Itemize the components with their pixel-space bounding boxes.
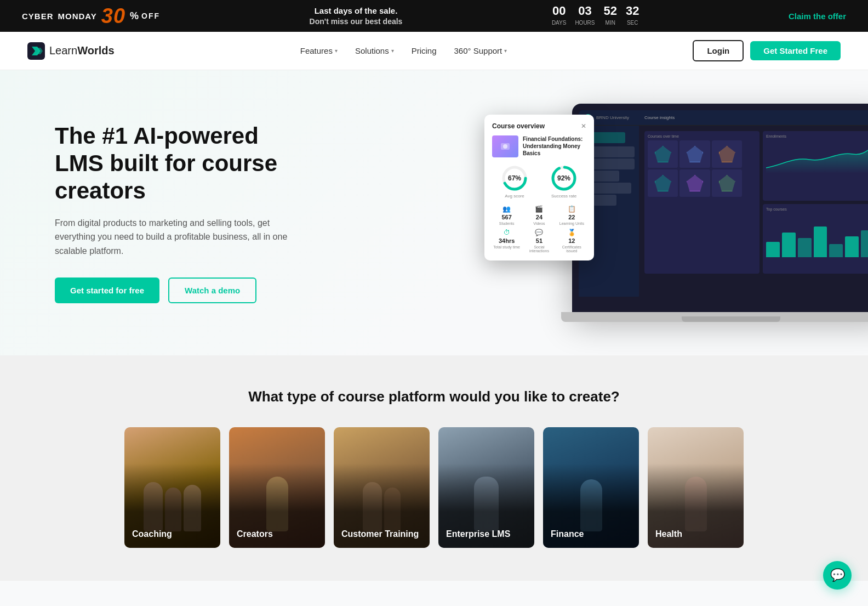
countdown-secs: 32 Sec <box>626 5 639 27</box>
radar-charts: Courses over time <box>644 131 760 274</box>
card-enterprise-label: Enterprise LMS <box>446 529 527 539</box>
certificates-stat: 🏅 12 Certificates issued <box>557 229 586 253</box>
hero-section: The #1 AI-powered LMS built for course c… <box>0 70 868 355</box>
nav-actions: Login Get Started Free <box>693 40 841 61</box>
countdown-hours-label: Hours <box>575 20 595 26</box>
login-button[interactable]: Login <box>693 40 744 61</box>
popup-header: Course overview ✕ <box>492 122 586 130</box>
countdown-mins: 52 Min <box>604 5 617 27</box>
spider-2 <box>679 140 710 168</box>
screen-main-content: Courses over time <box>639 126 868 297</box>
top-banner: CYBER MONDAY 30 % OFF Last days of the s… <box>0 0 868 32</box>
screen-university: BRND University <box>596 115 629 120</box>
hero-get-started-button[interactable]: Get started for free <box>55 277 159 303</box>
bar-chart-box: Top courses <box>763 204 868 274</box>
banner-promo-center: Last days of the sale. Don't miss our be… <box>310 5 403 27</box>
countdown-secs-label: Sec <box>627 20 638 26</box>
card-coaching-label: Coaching <box>132 529 213 539</box>
course-thumbnail <box>492 135 518 157</box>
claim-offer-link[interactable]: Claim the offer <box>789 12 846 21</box>
learnworlds-logo-icon <box>27 42 45 60</box>
bar-1 <box>766 242 780 257</box>
success-rate-value: 92% <box>557 174 570 182</box>
countdown-days-label: Days <box>552 20 567 26</box>
course-cards: Coaching Creators Customer Training <box>44 427 824 548</box>
laptop-base <box>561 312 868 322</box>
bar-5 <box>829 244 843 258</box>
card-finance-label: Finance <box>551 529 631 539</box>
countdown-hours-num: 03 <box>575 5 595 17</box>
hero-visual: Course overview ✕ Financial Foundations:… <box>495 104 824 322</box>
social-stat: 💬 51 Social interactions <box>524 229 553 253</box>
banner-cyber-text: CYBER <box>22 12 54 21</box>
hero-watch-demo-button[interactable]: Watch a demo <box>168 277 256 303</box>
spider-5 <box>679 169 710 197</box>
card-health[interactable]: Health <box>648 427 744 548</box>
laptop-container: BRND University Course insights <box>572 104 824 322</box>
countdown-hours: 03 Hours <box>575 5 595 27</box>
bar-3 <box>798 238 812 257</box>
bar-6 <box>845 236 859 258</box>
chevron-down-icon: ▾ <box>504 48 507 54</box>
bar-chart-label: Top courses <box>766 207 868 211</box>
students-icon: 👥 <box>502 205 511 213</box>
videos-stat: 🎬 24 Videos <box>524 205 553 225</box>
charts-grid: Courses over time <box>644 131 868 274</box>
chevron-down-icon: ▾ <box>335 48 338 54</box>
students-label: Students <box>499 222 515 225</box>
banner-promo-line2: Don't miss our best deals <box>310 16 403 27</box>
certificate-icon: 🏅 <box>568 229 576 236</box>
bar-chart <box>766 213 868 257</box>
logo-text: LearnWorlds <box>49 44 115 57</box>
nav-solutions[interactable]: Solutions ▾ <box>355 46 394 55</box>
get-started-button[interactable]: Get Started Free <box>750 41 841 60</box>
card-finance[interactable]: Finance <box>543 427 639 548</box>
course-popup: Course overview ✕ Financial Foundations:… <box>484 115 594 260</box>
spider-1 <box>648 140 678 168</box>
bar-7 <box>861 230 868 257</box>
hero-buttons: Get started for free Watch a demo <box>55 277 307 303</box>
laptop-screen: BRND University Course insights <box>579 110 868 297</box>
study-time-stat: ⏱ 34hrs Total study time <box>492 229 521 253</box>
spider-charts <box>648 140 756 197</box>
learning-units-num: 22 <box>568 214 575 220</box>
countdown-secs-num: 32 <box>626 5 639 17</box>
chat-icon: 💬 <box>830 568 845 581</box>
course-name: Financial Foundations: Understanding Mon… <box>523 135 586 157</box>
card-creators[interactable]: Creators <box>229 427 325 548</box>
social-num: 51 <box>536 237 542 244</box>
nav-features[interactable]: Features ▾ <box>300 46 338 55</box>
learning-units-label: Learning Units <box>559 222 584 225</box>
popup-course-row: Financial Foundations: Understanding Mon… <box>492 135 586 157</box>
close-icon[interactable]: ✕ <box>581 122 586 130</box>
logo[interactable]: LearnWorlds <box>27 42 115 60</box>
course-thumb-icon <box>499 140 512 153</box>
banner-monday-text: MONDAY <box>58 12 97 21</box>
chevron-down-icon: ▾ <box>391 48 394 54</box>
spider-4 <box>648 169 678 197</box>
certificates-num: 12 <box>568 237 575 244</box>
countdown-mins-num: 52 <box>604 5 617 17</box>
nav-support-label: 360° Support <box>454 46 502 55</box>
banner-discount-pct: % <box>130 10 139 22</box>
success-rate-metric: 92% Success rate <box>541 164 586 199</box>
course-type-section: What type of course platform would you l… <box>0 355 868 581</box>
students-stat: 👥 567 Students <box>492 205 521 225</box>
svg-point-4 <box>503 144 507 149</box>
card-enterprise-lms[interactable]: Enterprise LMS <box>438 427 534 548</box>
countdown-mins-label: Min <box>606 20 615 26</box>
nav-pricing[interactable]: Pricing <box>412 46 437 55</box>
videos-label: Videos <box>533 222 545 225</box>
right-charts: Enrollments <box>763 131 868 274</box>
banner-discount-num: 30 <box>101 5 125 26</box>
nav-features-label: Features <box>300 46 333 55</box>
success-rate-label: Success rate <box>551 194 576 199</box>
banner-promo-left: CYBER MONDAY 30 % OFF <box>22 5 160 26</box>
nav-support[interactable]: 360° Support ▾ <box>454 46 507 55</box>
section-title: What type of course platform would you l… <box>44 388 824 405</box>
card-coaching[interactable]: Coaching <box>124 427 220 548</box>
card-customer-training[interactable]: Customer Training <box>334 427 430 548</box>
popup-metrics: 67% Avg score 92% Success rate <box>492 164 586 199</box>
nav-links: Features ▾ Solutions ▾ Pricing 360° Supp… <box>300 46 507 55</box>
certificates-label: Certificates issued <box>557 245 586 253</box>
